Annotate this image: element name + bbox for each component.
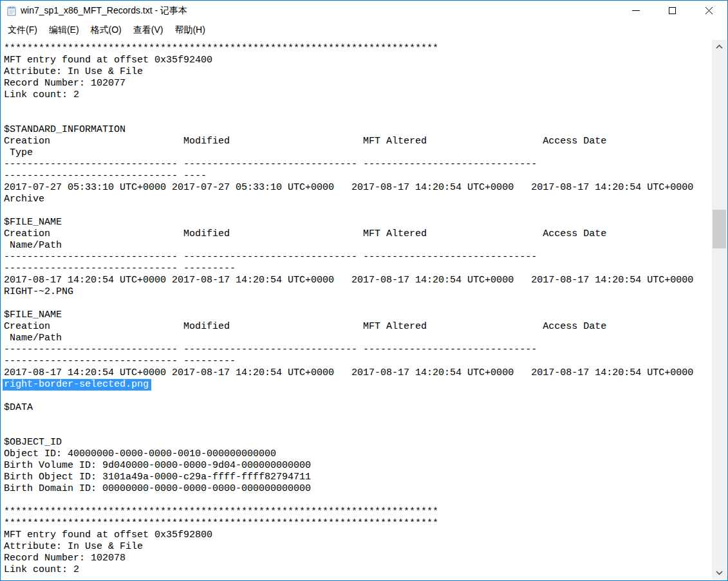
text-line[interactable]: Birth Volume ID: 9d040000-0000-0000-9d04…: [4, 460, 712, 472]
text-line[interactable]: Archive: [4, 194, 712, 205]
text-line[interactable]: [4, 495, 712, 506]
vertical-scrollbar[interactable]: [712, 40, 727, 580]
text-line[interactable]: [4, 101, 712, 113]
text-line[interactable]: Creation Modified MFT Altered Access Dat…: [4, 136, 712, 147]
menu-item-file[interactable]: 文件(F): [2, 22, 43, 39]
title-bar[interactable]: win7_sp1_x86_MFT_Records.txt - 记事本: [1, 1, 727, 21]
scrollbar-thumb[interactable]: [713, 210, 726, 248]
menu-bar: 文件(F) 编辑(E) 格式(O) 查看(V) 帮助(H): [1, 21, 727, 40]
selected-text[interactable]: right-border-selected.png: [3, 379, 151, 391]
window-controls: [617, 1, 727, 21]
text-line[interactable]: Name/Path: [4, 333, 712, 344]
menu-item-view[interactable]: 查看(V): [127, 22, 169, 39]
text-line[interactable]: Object ID: 40000000-0000-0000-0010-00000…: [4, 448, 712, 460]
text-line[interactable]: RIGHT-~2.PNG: [4, 286, 712, 298]
text-line[interactable]: Attribute: In Use & File: [4, 541, 712, 553]
text-line[interactable]: MFT entry found at offset 0x35f92800: [4, 530, 712, 541]
text-line[interactable]: ------------------------------ ---------: [4, 263, 712, 275]
chevron-up-icon: [716, 44, 723, 49]
menu-item-format[interactable]: 格式(O): [85, 22, 127, 39]
window-title: win7_sp1_x86_MFT_Records.txt - 记事本: [21, 5, 187, 17]
text-line[interactable]: Birth Object ID: 3101a49a-0000-c29a-ffff…: [4, 472, 712, 483]
text-line[interactable]: Type: [4, 147, 712, 159]
text-line[interactable]: Record Number: 102077: [4, 78, 712, 89]
maximize-button[interactable]: [654, 1, 691, 21]
text-line[interactable]: Creation Modified MFT Altered Access Dat…: [4, 321, 712, 333]
text-line[interactable]: 2017-08-17 14:20:54 UTC+0000 2017-08-17 …: [4, 275, 712, 286]
text-line[interactable]: 2017-07-27 05:33:10 UTC+0000 2017-07-27 …: [4, 182, 712, 194]
text-line[interactable]: ------------------------------ ----: [4, 171, 712, 182]
text-line[interactable]: [4, 113, 712, 124]
text-line[interactable]: $DATA: [4, 402, 712, 414]
text-line[interactable]: 2017-08-17 14:20:54 UTC+0000 2017-08-17 …: [4, 367, 712, 379]
text-line[interactable]: Link count: 2: [4, 564, 712, 576]
text-line[interactable]: [4, 205, 712, 217]
text-line[interactable]: $OBJECT_ID: [4, 437, 712, 448]
text-line[interactable]: [4, 414, 712, 425]
text-line[interactable]: [4, 391, 712, 402]
text-line[interactable]: ****************************************…: [4, 43, 712, 55]
text-line[interactable]: ------------------------------ ---------…: [4, 252, 712, 263]
edit-area[interactable]: ****************************************…: [1, 40, 712, 580]
text-line[interactable]: ****************************************…: [4, 506, 712, 518]
text-line[interactable]: right-border-selected.png: [4, 379, 712, 391]
text-line[interactable]: Attribute: In Use & File: [4, 66, 712, 78]
text-line[interactable]: $FILE_NAME: [4, 217, 712, 228]
menu-item-help[interactable]: 帮助(H): [169, 22, 210, 39]
text-line[interactable]: ------------------------------ ---------…: [4, 344, 712, 356]
text-line[interactable]: Record Number: 102078: [4, 553, 712, 564]
text-line[interactable]: [4, 425, 712, 437]
scroll-down-button[interactable]: [712, 566, 727, 580]
close-icon: [705, 6, 713, 15]
close-button[interactable]: [691, 1, 727, 21]
text-line[interactable]: $FILE_NAME: [4, 309, 712, 321]
scroll-up-button[interactable]: [712, 40, 727, 53]
text-line[interactable]: Link count: 2: [4, 89, 712, 101]
text-line[interactable]: ------------------------------ ---------: [4, 356, 712, 367]
text-line[interactable]: ------------------------------ ---------…: [4, 159, 712, 171]
maximize-icon: [669, 7, 676, 14]
text-line[interactable]: [4, 298, 712, 309]
minimize-button[interactable]: [617, 1, 654, 21]
text-line[interactable]: ****************************************…: [4, 518, 712, 530]
text-line[interactable]: MFT entry found at offset 0x35f92400: [4, 55, 712, 66]
text-line[interactable]: Birth Domain ID: 00000000-0000-0000-0000…: [4, 483, 712, 495]
text-line[interactable]: Creation Modified MFT Altered Access Dat…: [4, 228, 712, 240]
notepad-icon: [6, 6, 17, 16]
chevron-down-icon: [716, 571, 723, 575]
text-line[interactable]: Name/Path: [4, 240, 712, 252]
notepad-window: win7_sp1_x86_MFT_Records.txt - 记事本 文件(F)…: [0, 0, 728, 581]
menu-item-edit[interactable]: 编辑(E): [43, 22, 85, 39]
minimize-icon: [632, 10, 640, 11]
text-line[interactable]: $STANDARD_INFORMATION: [4, 124, 712, 136]
